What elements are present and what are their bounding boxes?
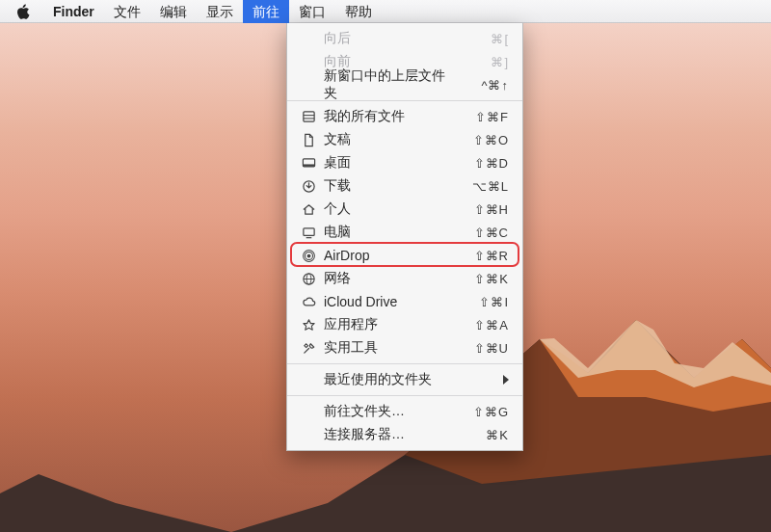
svg-rect-6: [303, 227, 313, 235]
desktop-wallpaper: Finder 文件 编辑 显示 前往 窗口 帮助 向后 ⌘[ 向前 ⌘] 新窗口…: [0, 0, 771, 532]
menubar-item-go[interactable]: 前往: [243, 0, 289, 23]
downloads-icon: [301, 178, 316, 194]
menu-item-applications[interactable]: 应用程序 ⇧⌘A: [287, 313, 522, 336]
menu-item-shortcut: ⇧⌘I: [459, 295, 509, 309]
menu-item-connect-to-server[interactable]: 连接服务器… ⌘K: [287, 423, 522, 446]
menubar-item-edit[interactable]: 编辑: [150, 0, 197, 23]
menubar: Finder 文件 编辑 显示 前往 窗口 帮助: [0, 0, 771, 23]
menu-item-shortcut: ⇧⌘R: [459, 249, 509, 263]
menu-item-label: iCloud Drive: [324, 294, 451, 309]
menu-item-shortcut: ⇧⌘A: [459, 318, 509, 332]
menu-item-label: 电脑: [324, 224, 451, 241]
network-icon: [301, 271, 316, 286]
menu-item-home[interactable]: 个人 ⇧⌘H: [287, 198, 522, 221]
menu-item-recent-folders[interactable]: 最近使用的文件夹: [287, 368, 522, 391]
menu-item-network[interactable]: 网络 ⇧⌘K: [287, 267, 522, 290]
menu-item-shortcut: ⇧⌘K: [459, 272, 509, 286]
menu-item-all-my-files[interactable]: 我的所有文件 ⇧⌘F: [287, 105, 522, 128]
computer-icon: [301, 225, 316, 240]
menu-item-go-to-folder[interactable]: 前往文件夹… ⇧⌘G: [287, 400, 522, 423]
menubar-item-help[interactable]: 帮助: [335, 0, 382, 23]
menu-item-icloud[interactable]: iCloud Drive ⇧⌘I: [287, 290, 522, 313]
menu-item-label: 下载: [324, 177, 451, 195]
menu-item-shortcut: ^⌘↑: [459, 78, 509, 93]
menu-item-shortcut: ⇧⌘C: [459, 226, 509, 240]
menu-item-label: 我的所有文件: [324, 108, 451, 125]
all-files-icon: [301, 109, 316, 124]
menu-item-label: 向后: [324, 30, 451, 47]
menubar-item-window[interactable]: 窗口: [289, 0, 335, 23]
menubar-app-name[interactable]: Finder: [43, 0, 104, 23]
menu-item-downloads[interactable]: 下载 ⌥⌘L: [287, 174, 522, 198]
documents-icon: [301, 132, 316, 147]
menu-item-shortcut: ⌥⌘L: [459, 179, 509, 194]
menu-item-label: 新窗口中的上层文件夹: [324, 67, 451, 102]
applications-icon: [301, 317, 316, 332]
menu-item-back: 向后 ⌘[: [287, 27, 522, 50]
svg-point-8: [306, 253, 310, 257]
menu-item-label: 实用工具: [324, 339, 451, 357]
menu-item-label: 文稿: [324, 131, 451, 148]
home-icon: [301, 201, 316, 217]
menu-item-shortcut: ⌘]: [459, 55, 509, 69]
menu-item-shortcut: ⇧⌘G: [459, 405, 509, 419]
menu-item-shortcut: ⇧⌘O: [459, 133, 509, 147]
menu-item-shortcut: ⇧⌘F: [459, 110, 509, 124]
menu-item-shortcut: ⇧⌘D: [459, 156, 509, 171]
svg-rect-4: [303, 164, 314, 166]
menu-item-desktop[interactable]: 桌面 ⇧⌘D: [287, 151, 522, 174]
desktop-icon: [301, 155, 316, 171]
menu-item-documents[interactable]: 文稿 ⇧⌘O: [287, 128, 522, 151]
menu-item-airdrop[interactable]: AirDrop ⇧⌘R: [287, 244, 522, 267]
menubar-item-view[interactable]: 显示: [197, 0, 243, 23]
menu-separator: [287, 395, 522, 396]
menubar-item-file[interactable]: 文件: [104, 0, 150, 23]
menu-item-shortcut: ⇧⌘H: [459, 202, 509, 217]
menu-item-label: 桌面: [324, 154, 451, 172]
menu-item-label: 网络: [324, 270, 451, 287]
apple-menu-icon[interactable]: [15, 4, 30, 18]
menu-item-label: 最近使用的文件夹: [324, 371, 509, 388]
submenu-arrow-icon: [503, 375, 509, 385]
go-menu-dropdown: 向后 ⌘[ 向前 ⌘] 新窗口中的上层文件夹 ^⌘↑ 我的所有文件 ⇧⌘F 文稿: [286, 23, 523, 451]
svg-rect-0: [303, 111, 313, 120]
menu-item-shortcut: ⇧⌘U: [459, 341, 509, 356]
menu-item-label: 前往文件夹…: [324, 403, 451, 420]
airdrop-icon: [301, 248, 316, 263]
utilities-icon: [301, 340, 316, 356]
menu-item-shortcut: ⌘[: [459, 32, 509, 46]
menu-item-utilities[interactable]: 实用工具 ⇧⌘U: [287, 336, 522, 359]
cloud-icon: [301, 294, 316, 309]
menu-separator: [287, 363, 522, 364]
menu-item-label: 应用程序: [324, 316, 451, 333]
menu-item-shortcut: ⌘K: [459, 428, 509, 442]
menu-item-label: 连接服务器…: [324, 426, 451, 443]
menu-item-enclosing-folder[interactable]: 新窗口中的上层文件夹 ^⌘↑: [287, 73, 522, 96]
menu-item-label: AirDrop: [324, 248, 451, 263]
menu-item-label: 个人: [324, 200, 451, 218]
menu-item-computer[interactable]: 电脑 ⇧⌘C: [287, 221, 522, 244]
